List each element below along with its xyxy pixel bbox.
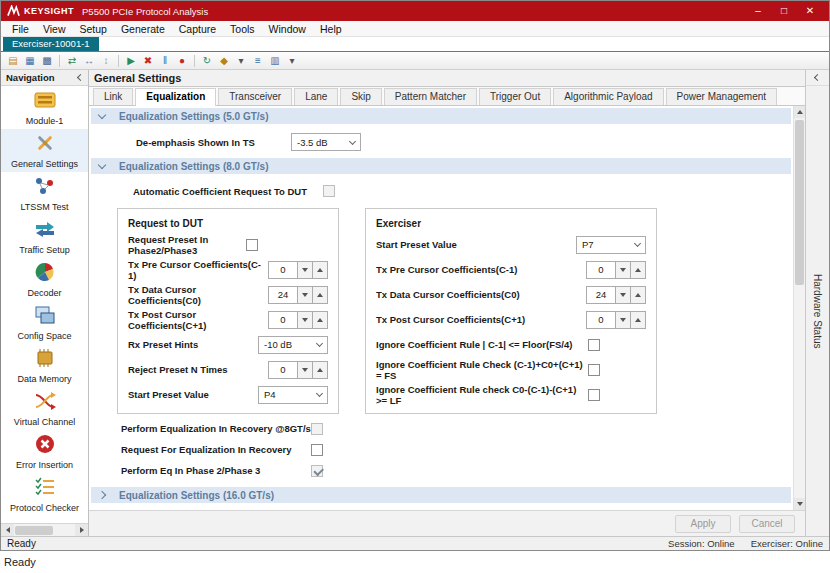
tx-post-cursor-dut-spinner[interactable]: 0 (268, 311, 328, 329)
sidebar-item-config-space[interactable]: Config Space (1, 301, 88, 344)
ignore-rule-1-checkbox[interactable] (588, 339, 600, 351)
scroll-left-icon[interactable] (1, 524, 14, 537)
spin-up-button[interactable] (631, 261, 646, 279)
sidebar-item-module-1[interactable]: Module-1 (1, 86, 88, 129)
menu-setup[interactable]: Setup (73, 23, 114, 35)
spin-up-button[interactable] (631, 311, 646, 329)
ignore-rule-3-checkbox[interactable] (588, 389, 600, 401)
request-eq-recovery-checkbox[interactable] (311, 444, 323, 456)
export-icon[interactable]: ⇄ (65, 54, 79, 68)
sidebar-item-label: Decoder (27, 288, 61, 298)
perform-eq-recovery-checkbox[interactable] (311, 423, 323, 435)
tx-data-cursor-ex-spinner[interactable]: 24 (586, 286, 646, 304)
scrollbar-thumb[interactable] (15, 526, 53, 535)
spin-down-button[interactable] (616, 286, 631, 304)
sidebar-item-protocol-checker[interactable]: Protocol Checker (1, 473, 88, 516)
spin-down-button[interactable] (298, 361, 313, 379)
sidebar-item-virtual-channel[interactable]: Virtual Channel (1, 387, 88, 430)
tab-link[interactable]: Link (93, 88, 133, 105)
request-preset-checkbox[interactable] (246, 239, 258, 251)
hardware-status-panel[interactable]: Hardware Status (805, 70, 829, 536)
tab-lane[interactable]: Lane (294, 88, 338, 105)
menu-generate[interactable]: Generate (114, 23, 172, 35)
session-tab-exerciser[interactable]: Exerciser-10001-1 (3, 37, 99, 51)
display-icon[interactable]: ▥ (268, 54, 282, 68)
sidebar-item-data-memory[interactable]: Data Memory (1, 344, 88, 387)
spin-up-button[interactable] (313, 286, 328, 304)
menu-capture[interactable]: Capture (172, 23, 223, 35)
sidebar-item-error-insertion[interactable]: Error Insertion (1, 430, 88, 473)
tab-algorithmic-payload[interactable]: Algorithmic Payload (553, 88, 663, 105)
perform-eq-phase-checkbox[interactable] (311, 465, 323, 477)
auto-coefficient-checkbox[interactable] (323, 185, 335, 197)
scroll-right-icon[interactable] (75, 524, 88, 537)
scroll-down-icon[interactable] (794, 498, 805, 510)
connect-icon[interactable]: ↔ (82, 54, 96, 68)
run-icon[interactable]: ▶ (124, 54, 138, 68)
save-all-icon[interactable]: ▩ (40, 54, 54, 68)
open-icon[interactable]: ▤ (6, 54, 20, 68)
marker-icon[interactable]: ▾ (234, 54, 248, 68)
start-preset-exerciser-dropdown[interactable]: P7 (576, 236, 646, 254)
sidebar-item-general-settings[interactable]: General Settings (1, 129, 88, 172)
tab-equalization[interactable]: Equalization (135, 88, 216, 106)
save-icon[interactable]: ▦ (23, 54, 37, 68)
menu-window[interactable]: Window (262, 23, 313, 35)
spin-up-button[interactable] (313, 311, 328, 329)
spin-down-button[interactable] (298, 261, 313, 279)
pause-icon[interactable]: ‖ (158, 54, 172, 68)
expand-left-icon[interactable] (806, 70, 829, 86)
cancel-button[interactable]: Cancel (739, 515, 795, 533)
tab-power-management[interactable]: Power Management (666, 88, 778, 105)
sidebar-item-traffic-setup[interactable]: Traffic Setup (1, 215, 88, 258)
menu-help[interactable]: Help (313, 23, 349, 35)
tab-transceiver[interactable]: Transceiver (218, 88, 292, 105)
scroll-up-icon[interactable] (794, 106, 805, 118)
spin-down-button[interactable] (616, 261, 631, 279)
dropdown-icon[interactable]: ▾ (285, 54, 299, 68)
trigger-icon[interactable]: ◆ (217, 54, 231, 68)
scrollbar-track[interactable] (794, 118, 805, 498)
rx-preset-hints-dropdown[interactable]: -10 dB (258, 336, 328, 354)
record-icon[interactable]: ● (175, 54, 189, 68)
close-button[interactable]: ✕ (797, 1, 823, 21)
navigation-scrollbar[interactable] (1, 523, 88, 536)
tab-trigger-out[interactable]: Trigger Out (479, 88, 551, 105)
minimize-button[interactable]: – (745, 1, 771, 21)
spin-up-button[interactable] (631, 286, 646, 304)
spin-down-button[interactable] (298, 286, 313, 304)
spin-down-button[interactable] (298, 311, 313, 329)
sidebar-item-ltssm-test[interactable]: LTSSM Test (1, 172, 88, 215)
content-scrollbar[interactable] (793, 106, 805, 510)
spin-up-button[interactable] (313, 361, 328, 379)
menubar: File View Setup Generate Capture Tools W… (1, 21, 829, 37)
tx-pre-cursor-ex-spinner[interactable]: 0 (586, 261, 646, 279)
scrollbar-thumb[interactable] (795, 120, 804, 285)
section-equalization-5g[interactable]: Equalization Settings (5.0 GT/s) (91, 108, 791, 124)
stop-icon[interactable]: ✖ (141, 54, 155, 68)
scrollbar-track[interactable] (14, 524, 75, 536)
maximize-button[interactable]: □ (771, 1, 797, 21)
menu-file[interactable]: File (5, 23, 36, 35)
tx-data-cursor-dut-spinner[interactable]: 24 (268, 286, 328, 304)
tab-pattern-matcher[interactable]: Pattern Matcher (384, 88, 477, 105)
menu-tools[interactable]: Tools (223, 23, 262, 35)
sidebar-item-decoder[interactable]: Decoder (1, 258, 88, 301)
start-preset-dut-dropdown[interactable]: P4 (258, 386, 328, 404)
reject-preset-spinner[interactable]: 0 (268, 361, 328, 379)
tx-post-cursor-ex-spinner[interactable]: 0 (586, 311, 646, 329)
tx-pre-cursor-dut-spinner[interactable]: 0 (268, 261, 328, 279)
disconnect-icon[interactable]: ↕ (99, 54, 113, 68)
section-equalization-16g[interactable]: Equalization Settings (16.0 GT/s) (91, 487, 791, 503)
spin-down-button[interactable] (616, 311, 631, 329)
deemphasis-dropdown[interactable]: -3.5 dB (291, 133, 361, 151)
list-icon[interactable]: ≡ (251, 54, 265, 68)
ignore-rule-2-checkbox[interactable] (588, 364, 600, 376)
apply-button[interactable]: Apply (675, 515, 731, 533)
collapse-left-icon[interactable] (77, 74, 84, 81)
spin-up-button[interactable] (313, 261, 328, 279)
tab-skip[interactable]: Skip (340, 88, 381, 105)
menu-view[interactable]: View (36, 23, 73, 35)
section-equalization-8g[interactable]: Equalization Settings (8.0 GT/s) (91, 158, 791, 174)
refresh-icon[interactable]: ↻ (200, 54, 214, 68)
